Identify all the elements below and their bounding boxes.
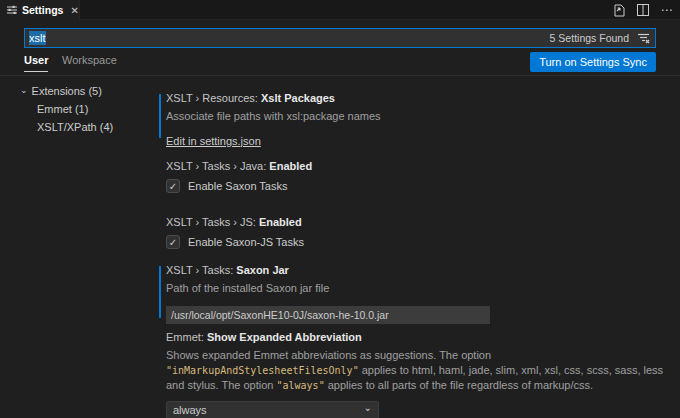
tab-workspace[interactable]: Workspace — [62, 54, 117, 71]
checkbox-row: ✓ Enable Saxon-JS Tasks — [166, 235, 664, 249]
setting-xslt-packages: XSLT › Resources: Xslt Packages Associat… — [152, 92, 664, 147]
search-value: xslt — [29, 32, 46, 44]
chevron-down-icon: ⌄ — [20, 85, 28, 95]
setting-title: XSLT › Tasks › JS: Enabled — [166, 216, 664, 228]
setting-description: Shows expanded Emmet abbreviations as su… — [166, 348, 664, 393]
setting-title: XSLT › Resources: Xslt Packages — [166, 92, 664, 104]
more-actions-icon[interactable]: ⋯ — [660, 3, 674, 17]
results-count: 5 Settings Found — [550, 32, 629, 44]
scope-row: User Workspace Turn on Settings Sync — [24, 52, 656, 74]
settings-sliders-icon — [7, 5, 17, 15]
checkbox-checked[interactable]: ✓ — [166, 235, 180, 249]
edit-in-settings-json-link[interactable]: Edit in settings.json — [166, 135, 261, 147]
setting-tasks-js-enabled: XSLT › Tasks › JS: Enabled ✓ Enable Saxo… — [152, 216, 664, 249]
setting-tasks-java-enabled: XSLT › Tasks › Java: Enabled ✓ Enable Sa… — [152, 160, 664, 193]
setting-title: XSLT › Tasks: Saxon Jar — [166, 264, 664, 276]
modified-indicator — [159, 266, 161, 318]
setting-description: Path of the installed Saxon jar file — [166, 281, 664, 296]
setting-saxon-jar: XSLT › Tasks: Saxon Jar Path of the inst… — [152, 264, 664, 324]
setting-description: Associate file paths with xsl:package na… — [166, 109, 664, 124]
toc-extensions-label: Extensions (5) — [32, 85, 102, 97]
checkbox-row: ✓ Enable Saxon Tasks — [166, 179, 664, 193]
editor-actions: ⋯ — [612, 0, 674, 20]
tab-user[interactable]: User — [24, 54, 48, 72]
settings-toc: ⌄ Extensions (5) Emmet (1) XSLT/XPath (4… — [0, 82, 152, 136]
emmet-abbreviation-select[interactable]: always ⌄ — [166, 401, 379, 418]
checkbox-label: Enable Saxon-JS Tasks — [188, 236, 304, 248]
tab-close-icon[interactable]: ✕ — [70, 5, 78, 16]
setting-title: Emmet: Show Expanded Abbreviation — [166, 331, 664, 343]
saxon-jar-path-input[interactable] — [166, 306, 490, 324]
setting-emmet-show-expanded-abbreviation: Emmet: Show Expanded Abbreviation Shows … — [152, 331, 664, 418]
toc-item-emmet[interactable]: Emmet (1) — [0, 100, 152, 118]
filter-icon[interactable] — [635, 31, 651, 45]
settings-search-input[interactable]: xslt 5 Settings Found — [24, 28, 656, 48]
tab-title: Settings — [22, 4, 63, 16]
chevron-down-icon: ⌄ — [364, 402, 372, 413]
toc-item-xslt-xpath[interactable]: XSLT/XPath (4) — [0, 118, 152, 136]
toc-extensions[interactable]: ⌄ Extensions (5) — [0, 82, 152, 100]
turn-on-settings-sync-button[interactable]: Turn on Settings Sync — [530, 52, 656, 72]
settings-editor-window: Settings ✕ ⋯ xslt 5 Settings Found User … — [0, 0, 680, 418]
modified-indicator — [159, 94, 161, 138]
open-settings-json-icon[interactable] — [612, 3, 626, 17]
setting-title: XSLT › Tasks › Java: Enabled — [166, 160, 664, 172]
split-editor-icon[interactable] — [636, 3, 650, 17]
checkbox-checked[interactable]: ✓ — [166, 179, 180, 193]
search-meta: 5 Settings Found — [550, 31, 651, 45]
tab-settings[interactable]: Settings ✕ — [0, 0, 80, 20]
header-divider — [0, 75, 680, 76]
select-value: always — [173, 404, 207, 416]
editor-tab-bar: Settings ✕ ⋯ — [0, 0, 680, 20]
checkbox-label: Enable Saxon Tasks — [188, 180, 287, 192]
